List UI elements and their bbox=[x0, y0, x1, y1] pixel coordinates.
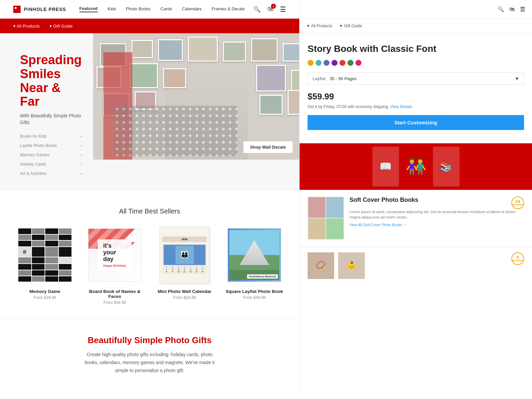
menu-icon[interactable]: ☰ bbox=[280, 5, 286, 13]
product-detail-title: Story Book with Classic Font bbox=[308, 43, 524, 55]
price-main: $59.99 bbox=[308, 91, 334, 101]
sidebar-product-soft-cover: Soft Cover Photo Books 24 Varieties Lore… bbox=[300, 190, 532, 247]
selector-value: 30 - 90 Pages bbox=[330, 76, 357, 81]
product-name-photo-book: Square Layflat Photo Book bbox=[223, 289, 286, 294]
extra-product-badge-area: 8 Varieties bbox=[369, 252, 524, 265]
extra-badge-label: Varieties bbox=[512, 259, 523, 262]
swatch-green[interactable] bbox=[347, 60, 353, 66]
hero-line2: Smiles bbox=[20, 67, 61, 81]
soft-cover-desc: Lorem ipsum sit amet, consectetur adipis… bbox=[349, 209, 524, 220]
arrow-icon: → bbox=[78, 162, 83, 167]
arrow-icon: → bbox=[78, 143, 83, 148]
header-actions: 🔍 🛍 3 ☰ bbox=[253, 5, 286, 13]
sidebar-product-info: Soft Cover Photo Books 24 Varieties Lore… bbox=[349, 197, 524, 240]
extra-product-image: 📿 bbox=[308, 252, 334, 279]
hero-link-holiday-cards[interactable]: Holiday Cards → bbox=[20, 162, 83, 168]
arrow-icon: → bbox=[78, 171, 83, 176]
right-search-icon[interactable]: 🔍 bbox=[497, 6, 504, 12]
product-card-photo-book[interactable]: Huckleberry Museum Square Layflat Photo … bbox=[223, 225, 286, 305]
main-nav: Featured Kids Photo Books Cards Calendar… bbox=[79, 6, 245, 12]
hero-section: Spreading Smiles Near & Far With Beautif… bbox=[0, 33, 299, 191]
product-card-board-book[interactable]: it'syourday Happy Birthday! Board Book o… bbox=[83, 225, 146, 305]
sidebar-product-extra: 📿 👶 8 Varieties bbox=[300, 247, 532, 284]
hero-links: Books for Kids → Layflat Photo Books → M… bbox=[20, 134, 83, 178]
product-price-photo-book: From $49.99 bbox=[223, 295, 286, 300]
product-card-calendar[interactable]: 2016 👨‍👩‍👦 S M bbox=[153, 225, 216, 305]
swatch-purple[interactable] bbox=[332, 60, 337, 66]
calendar-image: 2016 👨‍👩‍👦 S M bbox=[155, 225, 214, 285]
customize-button[interactable]: Start Customizing bbox=[308, 115, 524, 130]
bottom-title: Beautifully Simple Photo Gifts bbox=[13, 335, 286, 345]
logo-icon bbox=[13, 6, 21, 13]
swatch-indigo[interactable] bbox=[324, 60, 330, 66]
nav-item-frames-decals[interactable]: Frames & Decals bbox=[211, 6, 245, 12]
logo[interactable]: PINHOLE PRESS bbox=[13, 6, 66, 13]
arrow-icon: → bbox=[78, 152, 83, 158]
product-name-calendar: Mini Photo Wall Calendar bbox=[153, 289, 216, 294]
delivery-text: Get it by Friday, 07/28 with economy shi… bbox=[308, 104, 524, 109]
shop-decals-button[interactable]: Shop Wall Decals bbox=[243, 141, 293, 153]
right-menu-icon[interactable]: ☰ bbox=[520, 6, 525, 13]
red-nav-all-products[interactable]: ▾ All Products bbox=[13, 24, 40, 29]
hero-subheadline: With Beautifully Simple Photo Gifts bbox=[20, 113, 83, 126]
nav-item-photo-books[interactable]: Photo Books bbox=[126, 6, 151, 12]
chevron-down-icon: ▼ bbox=[515, 76, 519, 81]
right-nav-gift-guide[interactable]: ▼ Gift Guide bbox=[339, 24, 362, 28]
product-price-calendar: From $24.99 bbox=[153, 295, 216, 300]
product-detail: Story Book with Classic Font Layflat: 30… bbox=[300, 33, 532, 143]
badge-label: Varieties bbox=[512, 203, 523, 206]
hero-link-memory-games[interactable]: Memory Games → bbox=[20, 152, 83, 159]
soft-cover-title: Soft Cover Photo Books bbox=[349, 197, 418, 204]
view-all-link[interactable]: View All Soft Cover Photo Books → bbox=[349, 223, 407, 227]
products-grid: 🖼 Memory Game From $29.99 bbox=[13, 225, 286, 305]
product-price-memory-game: From $29.99 bbox=[13, 295, 76, 300]
product-name-memory-game: Memory Game bbox=[13, 289, 76, 294]
bottom-description: Create high-quality photo gifts includin… bbox=[80, 351, 219, 374]
extra-badge: 8 Varieties bbox=[511, 252, 524, 265]
hero-link-books-kids[interactable]: Books for Kids → bbox=[20, 134, 83, 140]
swatch-pink[interactable] bbox=[355, 60, 361, 66]
red-nav-gift-guide[interactable]: ▾ Gift Guide bbox=[50, 24, 72, 29]
product-card-memory-game[interactable]: 🖼 Memory Game From $29.99 bbox=[13, 225, 76, 305]
nav-item-calendars[interactable]: Calendars bbox=[182, 6, 201, 12]
cart-badge: 3 bbox=[271, 4, 276, 9]
nav-item-featured[interactable]: Featured bbox=[79, 6, 98, 12]
pages-selector[interactable]: Layflat: 30 - 90 Pages ▼ bbox=[308, 72, 524, 85]
swatch-teal[interactable] bbox=[316, 60, 322, 66]
swatch-yellow[interactable] bbox=[308, 60, 314, 66]
hero-link-layflat[interactable]: Layflat Photo Books → bbox=[20, 143, 83, 150]
hero-line1: Spreading bbox=[20, 53, 82, 67]
soft-cover-image bbox=[308, 197, 344, 240]
product-name-board-book: Board Book of Names & Faces bbox=[83, 289, 146, 299]
hero-text-area: Spreading Smiles Near & Far With Beautif… bbox=[0, 33, 93, 191]
product-badge: 24 Varieties bbox=[511, 197, 524, 209]
cart-icon[interactable]: 🛍 3 bbox=[267, 6, 273, 13]
hero-image: Shop Wall Decals bbox=[93, 33, 299, 191]
price-area: $59.99 bbox=[308, 91, 524, 102]
story-book-image: 📖 👫 📚 bbox=[300, 143, 532, 190]
swatch-red[interactable] bbox=[339, 60, 345, 66]
right-sidebar: Story Book with Classic Font Layflat: 30… bbox=[299, 33, 532, 391]
best-sellers-section: All Time Best Sellers 🖼 bbox=[0, 191, 299, 318]
nav-item-cards[interactable]: Cards bbox=[161, 6, 172, 12]
board-book-image: it'syourday Happy Birthday! bbox=[85, 225, 145, 285]
hero-link-art-activities[interactable]: Art & Activities → bbox=[20, 171, 83, 178]
nav-item-kids[interactable]: Kids bbox=[108, 6, 116, 12]
memory-game-image: 🖼 bbox=[15, 225, 75, 285]
hero-accent: Near & Far bbox=[20, 81, 61, 109]
hero-headline: Spreading Smiles Near & Far bbox=[20, 53, 83, 109]
best-sellers-title: All Time Best Sellers bbox=[13, 207, 286, 215]
product-price-board-book: From $34.99 bbox=[83, 300, 146, 305]
selector-label: Layflat: bbox=[313, 76, 327, 81]
arrow-icon: → bbox=[78, 134, 83, 139]
right-cart-icon[interactable]: 🛍 bbox=[509, 6, 515, 12]
extra-product-image-2: 👶 bbox=[338, 252, 365, 279]
search-icon[interactable]: 🔍 bbox=[253, 6, 261, 13]
color-swatches bbox=[308, 60, 524, 66]
logo-text: PINHOLE PRESS bbox=[24, 7, 66, 12]
right-nav-all-products[interactable]: ▼ All Products bbox=[306, 24, 332, 28]
bottom-section: Beautifully Simple Photo Gifts Create hi… bbox=[0, 318, 299, 391]
photo-book-image: Huckleberry Museum bbox=[224, 225, 284, 285]
view-details-link[interactable]: View Details bbox=[390, 104, 412, 109]
